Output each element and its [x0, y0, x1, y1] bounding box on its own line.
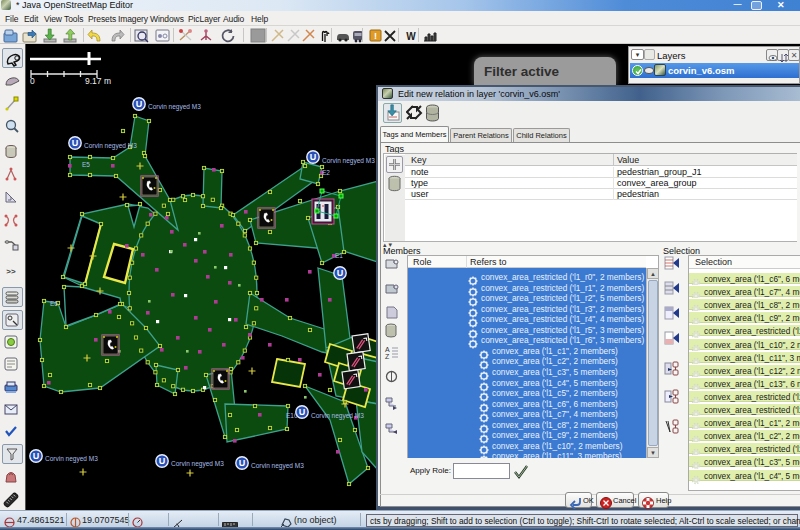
svg-text:U: U: [239, 458, 246, 468]
svg-text:A: A: [385, 346, 390, 353]
svg-text:Corvin negyed M3: Corvin negyed M3: [322, 157, 375, 165]
svg-text:U: U: [159, 456, 166, 466]
svg-text:Corvin negyed M3: Corvin negyed M3: [45, 455, 98, 463]
svg-text:U: U: [33, 451, 40, 461]
svg-text:Corvin negyed M3: Corvin negyed M3: [148, 103, 201, 111]
svg-text:Corvin negyed M3: Corvin negyed M3: [171, 460, 224, 468]
svg-text:E1: E1: [335, 252, 343, 259]
svg-text:Corvin negyed M3: Corvin negyed M3: [311, 412, 364, 420]
svg-text:U: U: [310, 152, 317, 162]
svg-text:U: U: [337, 268, 344, 278]
svg-text:Z: Z: [385, 353, 390, 360]
svg-text:E2: E2: [322, 169, 330, 176]
svg-text:E10: E10: [286, 412, 298, 419]
svg-text:E5: E5: [82, 161, 90, 168]
svg-text:Corvin negyed M3: Corvin negyed M3: [251, 462, 304, 470]
svg-text:U: U: [136, 99, 143, 109]
svg-text:0: 0: [30, 76, 35, 86]
svg-text:U: U: [72, 138, 79, 148]
svg-text:U: U: [299, 407, 306, 417]
svg-text:Corvin negyed M3: Corvin negyed M3: [84, 142, 137, 150]
svg-text:9.17 m: 9.17 m: [85, 76, 111, 86]
svg-text:E6: E6: [50, 300, 58, 307]
